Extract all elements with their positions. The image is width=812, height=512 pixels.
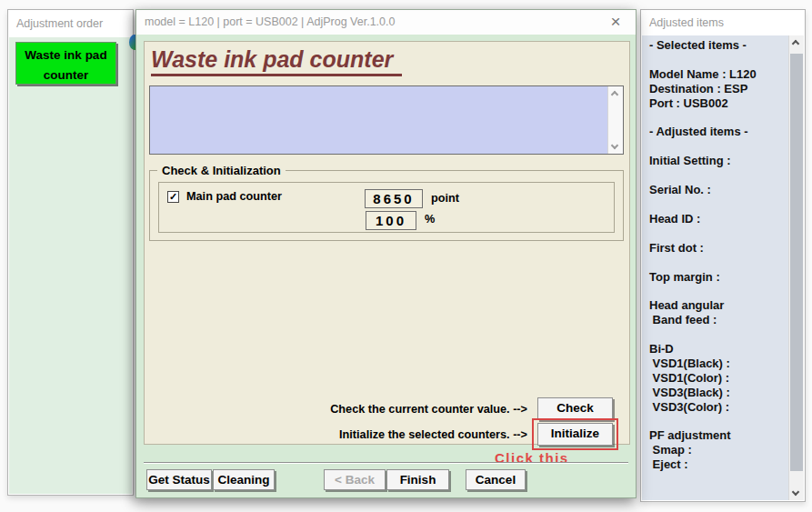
check-button[interactable]: Check <box>537 397 613 420</box>
adjusted-items-panel: Adjusted items - Selected items - Model … <box>640 9 806 502</box>
adjusted-item-line: Head angular <box>649 298 788 313</box>
adjusted-item-line: Band feed : <box>649 313 788 327</box>
close-icon[interactable]: × <box>606 11 626 33</box>
adjusted-item-line: PF adjustment <box>649 428 788 443</box>
dialog-content-panel: Waste ink pad counter Check & Initializa… <box>144 41 630 445</box>
adjusted-item-line <box>649 256 788 270</box>
adjusted-item-line <box>649 139 788 154</box>
adjusted-item-line: VSD1(Color) : <box>649 371 788 386</box>
adjusted-item-line <box>649 284 788 298</box>
back-button[interactable]: < Back <box>324 469 386 490</box>
cancel-button[interactable]: Cancel <box>466 469 526 490</box>
cleaning-button[interactable]: Cleaning <box>213 469 275 490</box>
initialize-button[interactable]: Initialize <box>537 423 613 446</box>
main-pad-counter-label: Main pad counter <box>186 190 282 203</box>
adjusted-item-line <box>649 197 788 212</box>
adjusted-item-line: VSD3(Color) : <box>649 400 788 415</box>
check-initialization-legend: Check & Initialization <box>157 164 286 177</box>
adjusted-item-line: First dot : <box>649 241 788 256</box>
adjusted-items-content: - Selected items - Model Name : L120Dest… <box>642 35 804 500</box>
adjusted-items-scrollbar[interactable] <box>788 35 804 500</box>
scrollbar-thumb[interactable] <box>790 54 803 471</box>
scroll-down-icon[interactable] <box>611 142 618 149</box>
adjusted-item-line: Serial No. : <box>649 183 788 197</box>
adjusted-item-line <box>649 327 788 342</box>
adjusted-item-line: Smap : <box>649 443 788 457</box>
adjusted-items-title: Adjusted items <box>649 16 724 29</box>
scroll-down-icon[interactable] <box>792 488 799 496</box>
counter-row-panel: ✓ Main pad counter 8650 point 100 % <box>158 182 615 233</box>
waste-ink-pad-dialog: model = L120 | port = USB002 | AdjProg V… <box>135 9 637 498</box>
adjusted-item-line: Bi-D <box>649 342 788 356</box>
adjusted-item-line: Top margin : <box>649 270 788 285</box>
adjustment-order-panel: Adjustment order Waste ink pad counter <box>7 9 134 496</box>
check-initialization-group: Check & Initialization ✓ Main pad counte… <box>149 170 624 241</box>
notice-textarea[interactable] <box>149 85 624 155</box>
scroll-up-icon[interactable] <box>611 91 618 98</box>
adjusted-items-list: - Selected items - Model Name : L120Dest… <box>642 35 788 500</box>
dialog-title: model = L120 | port = USB002 | AdjProg V… <box>145 15 395 28</box>
waste-ink-pad-counter-button[interactable]: Waste ink pad counter <box>15 42 116 85</box>
adjprog-app: Adjustment order Waste ink pad counter m… <box>0 0 812 512</box>
adjusted-item-line <box>649 111 788 125</box>
adjusted-item-line <box>649 168 788 183</box>
adjusted-item-line: Head ID : <box>649 212 788 226</box>
adjusted-item-line <box>649 415 788 429</box>
adjustment-order-content: Waste ink pad counter <box>9 37 132 494</box>
page-title: Waste ink pad counter <box>151 46 402 76</box>
notice-scrollbar[interactable] <box>607 86 623 154</box>
counter-value-field[interactable]: 8650 <box>365 189 423 208</box>
footer-separator <box>144 462 628 464</box>
adjusted-item-line: - Adjusted items - <box>649 125 788 139</box>
adjusted-item-line: Destination : ESP <box>649 82 788 96</box>
check-instruction-label: Check the current counter value. --> <box>145 403 527 416</box>
counter-unit-label: point <box>431 192 459 205</box>
percent-unit-label: % <box>425 213 435 226</box>
adjustment-order-title: Adjustment order <box>16 17 103 30</box>
dialog-titlebar: model = L120 | port = USB002 | AdjProg V… <box>136 10 636 35</box>
adjusted-item-line: Port : USB002 <box>649 96 788 111</box>
adjusted-item-line: VSD3(Black) : <box>649 386 788 400</box>
adjusted-item-line: VSD1(Black) : <box>649 356 788 371</box>
scroll-up-icon[interactable] <box>792 40 799 47</box>
adjusted-item-line: - Selected items - <box>649 38 788 53</box>
adjusted-item-line: Eject : <box>649 457 788 472</box>
adjusted-item-line: Model Name : L120 <box>649 67 788 82</box>
adjusted-item-line <box>649 53 788 67</box>
percent-value-field[interactable]: 100 <box>366 211 416 230</box>
initialize-instruction-label: Initialize the selected counters. --> <box>145 428 527 441</box>
finish-button[interactable]: Finish <box>386 469 449 490</box>
adjusted-item-line: Initial Setting : <box>649 154 788 168</box>
adjusted-item-line <box>649 226 788 241</box>
main-pad-counter-checkbox[interactable]: ✓ <box>167 191 179 203</box>
get-status-button[interactable]: Get Status <box>146 469 212 490</box>
